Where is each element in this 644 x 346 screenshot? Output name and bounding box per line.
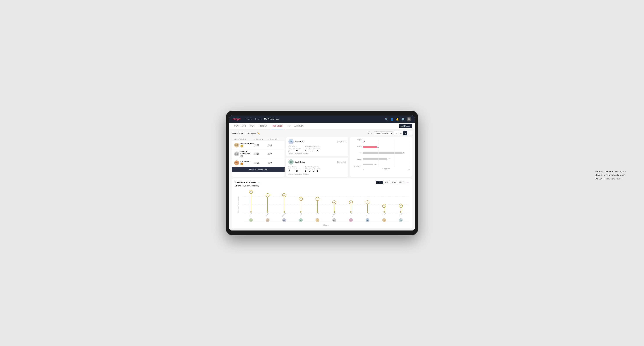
bar-miller-inner: 4x <box>366 200 370 213</box>
annotation-text: Here you can see streaks your players ha… <box>595 170 630 180</box>
streak-bar-crossman: 4x <box>326 188 342 213</box>
arg-value: 0 <box>313 170 315 172</box>
bubble-ewert: 7x <box>249 190 253 194</box>
navbar-icons: 🔍 👤 🔔 ⚙️ U <box>385 117 411 121</box>
line-billingham <box>284 197 284 211</box>
line-butler <box>384 208 384 211</box>
total-rounds-label: Total Rounds <box>288 146 301 147</box>
add-team-button[interactable]: Add Team <box>399 124 412 128</box>
filter-app[interactable]: APP <box>383 181 390 184</box>
tournament-indicator: Tournament <box>295 173 302 175</box>
player-card-date: 26 Aug 2023 <box>337 161 346 163</box>
player-name: Richard Butler <box>240 143 254 145</box>
streak-bar-miller: 4x <box>359 188 376 213</box>
search-icon[interactable]: 🔍 <box>385 118 388 121</box>
streak-bar-britt: 5x <box>309 188 326 213</box>
tournament-value: 7 <box>288 170 295 172</box>
dot-quick <box>400 211 402 213</box>
app-logo: clippd <box>233 118 240 121</box>
round-type-indicators: Rounds Tournament Practice <box>288 153 346 155</box>
bubble-ford: 4x <box>349 200 353 204</box>
list-view-btn[interactable]: ☰ <box>399 131 403 135</box>
label-mcharg: B. McHarg <box>259 213 276 218</box>
people-icon[interactable]: 👤 <box>390 118 394 121</box>
tab-tour[interactable]: Tour <box>284 123 292 129</box>
tab-pga[interactable]: PGA <box>248 123 256 129</box>
ott-value: 0 <box>305 170 308 172</box>
tab-hcaps[interactable]: Hcaps 1-5 <box>256 123 270 129</box>
bar-value-bogeys: 311 <box>388 158 390 159</box>
filter-putt[interactable]: PUTT <box>398 181 405 184</box>
app-label: APP <box>309 148 311 149</box>
avatar-miller: MM <box>359 218 376 222</box>
ott-stat: OTT 0 <box>305 148 308 152</box>
tournament-indicator: Tournament <box>295 153 302 155</box>
grid-view-btn[interactable]: ⊞ <box>394 131 398 135</box>
putt-label: PUTT <box>317 168 320 170</box>
filter-arrow-icon: ← <box>406 181 409 184</box>
team-header: Team Clippd | 14 Players ✏️ Show Last 3 … <box>232 131 412 135</box>
label-butler: R. Butler <box>376 213 392 218</box>
avatar-circle: EC <box>332 218 336 222</box>
col-pb-score: PB SCORE <box>254 138 268 140</box>
ott-value: 0 <box>305 149 308 152</box>
streak-bar-coles: 5x <box>292 188 309 213</box>
tablet-screen: clippd Home Teams My Performance 🔍 👤 🔔 ⚙… <box>229 116 415 230</box>
line-ewert <box>251 194 251 211</box>
avatar-initials: RB <box>235 144 238 146</box>
bell-icon[interactable]: 🔔 <box>396 118 399 121</box>
avatar-billingham: DB <box>276 218 292 222</box>
bar-row-bogeys: 311 <box>363 156 410 161</box>
bubble-mcharg: 6x <box>266 193 270 197</box>
view-toggles: ⊞ ☰ ▦ ↕ <box>394 131 412 135</box>
player-name: Edward Crossman <box>240 151 254 155</box>
filter-tabs: OTT APP ARG PUTT ← <box>376 181 409 184</box>
table-view-btn[interactable]: ▦ <box>403 131 408 135</box>
streak-bar-mcharg: 6x <box>259 188 276 213</box>
rounds-label: Rounds <box>288 153 293 155</box>
total-rounds-section: Total Rounds Tournament 7 Practice <box>288 146 301 152</box>
tab-all-players[interactable]: All Players <box>292 123 306 129</box>
bar-mcharg-inner: 6x <box>266 193 270 213</box>
tournament-rounds: Tournament 7 <box>288 148 295 152</box>
ott-stat: OTT 0 <box>305 168 308 172</box>
avatar-circle: JC <box>299 218 303 222</box>
subtitle-main: Off The Tee <box>235 185 244 187</box>
nav-home[interactable]: Home <box>246 118 252 120</box>
practice-activities-label: Total Practice Activities <box>305 166 320 168</box>
period-select[interactable]: Last 3 months <box>374 131 393 135</box>
tab-pgat-players[interactable]: PGAT Players <box>232 123 248 129</box>
user-avatar[interactable]: U <box>407 117 411 121</box>
player-card-rees-britt: RB Rees Britt 02 Sep 2023 Total Rounds T… <box>286 137 348 156</box>
putt-stat: PUTT 1 <box>317 168 320 172</box>
edit-icon[interactable]: ✏️ <box>257 132 260 135</box>
settings-icon[interactable]: ⚙️ <box>401 118 404 121</box>
avatar-circle: BM <box>266 218 270 222</box>
filter-ott[interactable]: OTT <box>376 181 383 184</box>
bar-ford-inner: 4x <box>349 200 353 213</box>
player-label-text: B. McHarg <box>266 213 272 218</box>
bar-coles-inner: 5x <box>299 197 303 213</box>
streaks-subtitle: Off The Tee, Fairway Accuracy <box>235 185 409 187</box>
chart-view-btn[interactable]: ↕ <box>408 131 412 135</box>
table-row: RB Richard Butler 1 19/20 110 <box>232 141 284 149</box>
view-leaderboard-button[interactable]: View Full Leaderboard <box>232 167 284 172</box>
bar-butler-inner: 3x <box>382 204 386 213</box>
split-layout: PLAYER NAME PB SCORE PB AVG SQ RB <box>232 137 412 177</box>
navbar: clippd Home Teams My Performance 🔍 👤 🔔 ⚙… <box>229 116 415 123</box>
nav-my-performance[interactable]: My Performance <box>264 118 280 120</box>
nav-teams[interactable]: Teams <box>255 118 261 120</box>
tab-team-clippd[interactable]: Team Clippd <box>270 123 284 129</box>
label-crossman: E. Crossman <box>326 213 342 218</box>
line-britt <box>317 201 318 211</box>
bar-quick-inner: 3x <box>399 204 403 213</box>
bar-value-pars: 499 <box>402 152 404 154</box>
player-info: CA Cameron... 3 <box>234 161 254 165</box>
filter-arg[interactable]: ARG <box>390 181 397 184</box>
player-label-text: E. Ewert <box>249 213 256 218</box>
player-card-header: RB Rees Britt 02 Sep 2023 <box>288 139 346 144</box>
avatar-quick: CQ <box>392 218 409 222</box>
player-label-text: E. Crossman <box>332 213 340 218</box>
label-miller: M. Miller <box>359 213 376 218</box>
putt-value: 1 <box>317 170 320 172</box>
